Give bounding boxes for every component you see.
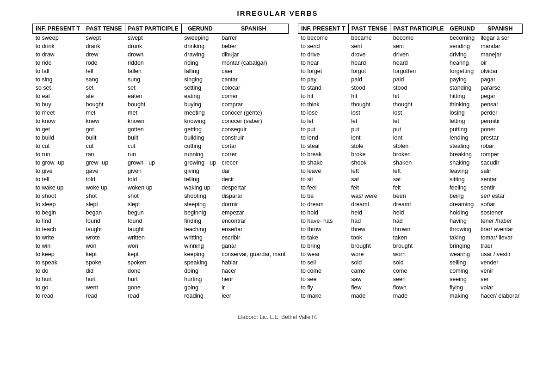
table-cell: to shoot [33,192,83,200]
table-cell: flown [390,283,447,292]
table-cell: gone [125,283,181,292]
table-cell: leaving [447,167,478,175]
table-cell: sentar [478,175,522,184]
table-cell: being [447,192,478,200]
table-cell: stood [390,84,447,92]
table-cell: comprar [219,100,288,109]
table-cell: herir [219,275,288,283]
table-cell: construir [219,134,288,142]
table-cell: becoming [447,34,478,43]
table-cell: read [125,292,181,300]
table-cell: vender [478,258,522,267]
table-cell: ganar [219,242,288,250]
table-cell: taking [447,233,478,242]
table-row: to makemademademakinghacer/ elaborar [298,292,522,300]
table-cell: empezar [219,208,288,217]
table-cell: losing [447,109,478,117]
table-cell: to become [298,34,348,43]
table-cell: comer [219,92,288,100]
table-cell: to make [298,292,348,300]
table-row: to becomebecamebecomebecomingllegar a se… [298,34,522,43]
table-cell: sentir [478,184,522,192]
table-cell: dreamt [390,200,447,208]
table-cell: won [125,242,181,250]
table-cell: been [390,192,447,200]
table-cell: taught [83,225,125,233]
table-cell: coming [447,267,478,275]
table-cell: hitting [447,92,478,100]
table-cell: to sell [298,258,348,267]
table-cell: drown [125,50,181,59]
table-row: to loselostlostlosingperder [298,109,522,117]
table-cell: come [390,267,447,275]
table-row: to sitsatsatsittingsentar [298,175,522,184]
table-cell: to grow -up [33,159,83,167]
table-cell: to steal [298,142,348,150]
table-row: to dreamdreamtdreamtdreamingsoñar [298,200,522,208]
table-cell: hearing [447,59,478,67]
table-cell: volar [478,283,522,292]
table-cell: sent [390,42,447,50]
table-cell: made [390,292,447,300]
table-cell: pararse [478,84,522,92]
table-cell: venir [478,267,522,275]
table-cell: winning [181,242,219,250]
table-row: to runranrunrunningcorrer [33,150,289,159]
table-row: to readreadreadreadingleer [33,292,289,300]
table-cell: salir [478,167,522,175]
table-cell: manejar [478,50,522,59]
table-cell: drunk [125,42,181,50]
table-cell: built [83,134,125,142]
table-cell: heard [348,59,390,67]
table-cell: forgotten [390,67,447,75]
table-cell: drank [83,42,125,50]
table-cell: lent [348,134,390,142]
table-cell: to get [33,125,83,134]
table-row: to dodiddonedoinghacer [33,267,289,275]
table-cell: shook [348,159,390,167]
table-cell: dibujar [219,50,288,59]
table-cell: given [125,167,181,175]
table-cell: to meet [33,109,83,117]
table-cell: saw [348,275,390,283]
table-cell: meeting [181,109,219,117]
table-cell: heard [390,59,447,67]
table-cell: lending [447,134,478,142]
table-cell: hurting [181,275,219,283]
table-cell: shot [125,192,181,200]
table-cell: doing [181,267,219,275]
column-header: PAST TENSE [83,24,125,34]
footer-text: Elaboró: Lic. L.E. Bethel Valle R. [14,314,541,320]
table-cell: cut [125,142,181,150]
table-row: to have- hashadhadhavingtener /haber [298,217,522,225]
table-row: to teachtaughttaughtteachingenseñar [33,225,289,233]
table-cell: found [83,217,125,225]
table-cell: encontrar [219,217,288,225]
table-row: to knowknewknownknowingconocer (saber) [33,117,289,125]
table-row: to putputputputtingponer [298,125,522,134]
table-cell: become [390,34,447,43]
table-cell: running [181,150,219,159]
table-cell: lent [390,134,447,142]
table-row: to lendlentlentlendingprestar [298,134,522,142]
table-cell: correr [219,150,288,159]
table-cell: shot [83,192,125,200]
table-cell: thought [390,100,447,109]
table-cell: reading [181,292,219,300]
table-cell: to know [33,117,83,125]
table-cell: to cut [33,142,83,150]
table-cell: disparar [219,192,288,200]
table-cell: ran [83,150,125,159]
table-cell: stolen [390,142,447,150]
table-cell: to sleep [33,200,83,208]
table-cell: ate [83,92,125,100]
table-row: to drivedrovedrivendrivingmanejar [298,50,522,59]
table-cell: eating [181,92,219,100]
table-row: to hurthurthurthurtingherir [33,275,289,283]
table-cell: sending [447,42,478,50]
table-cell: did [83,267,125,275]
table-left: INF. PRESENT TPAST TENSEPAST PARTICIPLEG… [32,24,289,300]
table-row: to getgotgottengettingconseguir [33,125,289,134]
table-cell: cutting [181,142,219,150]
table-cell: poner [478,125,522,134]
